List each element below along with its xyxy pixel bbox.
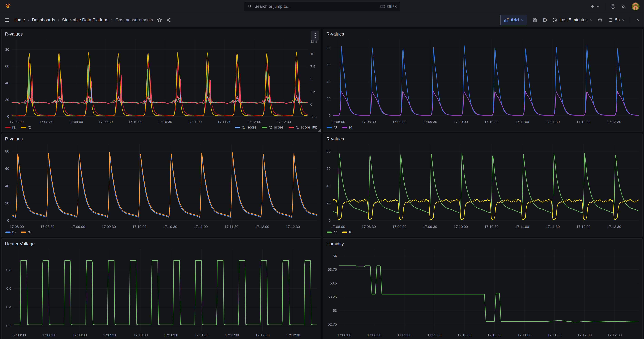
- panel-title: R-values: [5, 32, 23, 37]
- gear-icon: ⚙: [542, 17, 548, 23]
- legend-item-r3[interactable]: r3: [327, 125, 337, 130]
- legend-item-r5[interactable]: r5: [5, 230, 16, 234]
- help-button[interactable]: ?: [610, 4, 616, 9]
- collapse-controls-button[interactable]: [635, 18, 640, 22]
- breadcrumb-home[interactable]: Home: [14, 18, 25, 22]
- svg-text:80: 80: [5, 48, 9, 52]
- svg-text:17:09:30: 17:09:30: [102, 224, 116, 228]
- svg-text:52.75: 52.75: [328, 322, 337, 326]
- svg-text:-2.5: -2.5: [310, 115, 316, 119]
- svg-text:17:12:00: 17:12:00: [576, 120, 590, 124]
- svg-text:0: 0: [7, 218, 9, 222]
- time-series-chart[interactable]: 17:08:0017:08:3017:09:0017:09:3017:10:00…: [2, 247, 321, 338]
- svg-text:17:10:00: 17:10:00: [128, 120, 142, 124]
- series-r5: [12, 155, 317, 218]
- svg-text:17:12:00: 17:12:00: [578, 333, 592, 337]
- svg-text:17:10:00: 17:10:00: [454, 224, 468, 228]
- grafana-logo[interactable]: [4, 3, 12, 10]
- search-icon: [248, 4, 252, 9]
- add-panel-button[interactable]: Add: [500, 15, 527, 25]
- save-icon: [532, 17, 538, 23]
- legend-item-r2_score[interactable]: r2_score: [262, 125, 283, 130]
- breadcrumb-separator: ›: [111, 18, 112, 22]
- panel-title: R-values: [5, 136, 23, 142]
- new-menu-button[interactable]: [590, 4, 600, 9]
- svg-text:17:12:30: 17:12:30: [286, 333, 300, 337]
- svg-text:17:09:30: 17:09:30: [99, 120, 113, 124]
- svg-text:17:12:00: 17:12:00: [255, 224, 269, 228]
- chart-svg: 17:08:0017:08:3017:09:0017:09:3017:10:00…: [2, 247, 321, 338]
- svg-text:0.2: 0.2: [6, 324, 11, 328]
- legend-swatch: [342, 127, 347, 128]
- panel-r-values-3: R-values 17:08:0017:08:3017:09:0017:09:3…: [2, 134, 321, 237]
- chart-legend: r7r8: [323, 230, 642, 237]
- svg-text:17:10:00: 17:10:00: [458, 333, 472, 337]
- legend-item-r1_score[interactable]: r1_score: [235, 125, 257, 130]
- news-button[interactable]: [621, 4, 626, 9]
- panel-title: Heater Voltage: [5, 241, 35, 246]
- svg-text:2.5: 2.5: [310, 90, 315, 94]
- legend-swatch: [288, 127, 294, 128]
- svg-text:54: 54: [333, 254, 337, 258]
- legend-item-r4[interactable]: r4: [342, 125, 352, 130]
- panel-menu-button[interactable]: [311, 30, 319, 40]
- refresh-picker[interactable]: 5s: [608, 18, 625, 22]
- svg-text:17:09:00: 17:09:00: [69, 120, 83, 124]
- legend-swatch: [262, 127, 267, 128]
- svg-text:17:09:00: 17:09:00: [71, 224, 85, 228]
- svg-text:60: 60: [5, 166, 9, 170]
- legend-item-r7[interactable]: r7: [327, 230, 337, 234]
- svg-text:17:12:30: 17:12:30: [607, 120, 621, 124]
- dashboard-settings-button[interactable]: ⚙: [542, 17, 548, 23]
- legend-item-r8[interactable]: r8: [342, 230, 352, 234]
- svg-text:?: ?: [612, 5, 614, 8]
- svg-text:17:08:00: 17:08:00: [12, 333, 26, 337]
- search-placeholder: Search or jump to...: [254, 4, 378, 9]
- svg-text:17:12:00: 17:12:00: [256, 333, 270, 337]
- svg-text:17:08:00: 17:08:00: [331, 120, 345, 124]
- svg-text:5: 5: [310, 77, 312, 81]
- svg-text:17:10:30: 17:10:30: [488, 333, 502, 337]
- svg-text:17:09:00: 17:09:00: [397, 333, 412, 337]
- favorite-button[interactable]: [157, 18, 162, 22]
- time-series-chart[interactable]: 17:08:0017:08:3017:09:0017:09:3017:10:00…: [323, 142, 642, 230]
- save-dashboard-button[interactable]: [532, 17, 538, 23]
- search-input[interactable]: Search or jump to... ctrl+k: [244, 2, 400, 11]
- chart-legend: r5r6: [2, 230, 321, 237]
- chevron-down-icon: [521, 18, 524, 22]
- legend-item-humidity[interactable]: humidity: [327, 338, 348, 339]
- time-series-chart[interactable]: 17:08:0017:08:3017:09:0017:09:3017:10:00…: [323, 38, 642, 125]
- svg-text:17:10:00: 17:10:00: [454, 120, 468, 124]
- time-range-picker[interactable]: Last 5 minutes: [552, 18, 593, 22]
- time-series-chart[interactable]: 17:08:0017:08:3017:09:0017:09:3017:10:00…: [323, 247, 642, 338]
- series-r2_score: [12, 64, 308, 103]
- svg-text:17:12:30: 17:12:30: [608, 333, 622, 337]
- chart-legend: heatervoltage: [2, 338, 321, 339]
- legend-item-r1[interactable]: r1: [5, 125, 16, 130]
- legend-item-r1_score_lttb[interactable]: r1_score_lttb: [288, 125, 317, 130]
- search-shortcut-label: ctrl+k: [387, 4, 396, 9]
- svg-text:60: 60: [326, 166, 330, 170]
- panel-resize-handle[interactable]: [318, 129, 321, 132]
- legend-item-r2[interactable]: r2: [21, 125, 31, 130]
- breadcrumb-dashboards[interactable]: Dashboards: [32, 18, 55, 22]
- svg-text:17:11:30: 17:11:30: [225, 333, 239, 337]
- svg-text:0: 0: [7, 114, 9, 118]
- mega-menu-button[interactable]: [4, 18, 10, 22]
- svg-text:17:11:00: 17:11:00: [194, 224, 208, 228]
- legend-item-r6[interactable]: r6: [21, 230, 31, 234]
- zoom-out-button[interactable]: [598, 17, 603, 23]
- legend-item-heatervoltage[interactable]: heatervoltage: [5, 338, 35, 339]
- time-series-chart[interactable]: 17:08:0017:08:3017:09:0017:09:3017:10:00…: [2, 142, 321, 230]
- svg-text:40: 40: [326, 184, 330, 188]
- breadcrumb-folder[interactable]: Stackable Data Platform: [62, 18, 109, 22]
- panel-header: Humidity: [323, 238, 642, 247]
- share-button[interactable]: [166, 18, 171, 22]
- svg-text:17:08:00: 17:08:00: [10, 120, 24, 124]
- time-series-chart[interactable]: 17:08:0017:08:3017:09:0017:09:3017:10:00…: [2, 38, 321, 125]
- add-panel-icon: [504, 18, 509, 22]
- grafana-logo-icon: [4, 3, 12, 10]
- user-avatar[interactable]: [632, 2, 640, 10]
- svg-text:17:10:00: 17:10:00: [132, 224, 146, 228]
- breadcrumb-separator: ›: [28, 18, 29, 22]
